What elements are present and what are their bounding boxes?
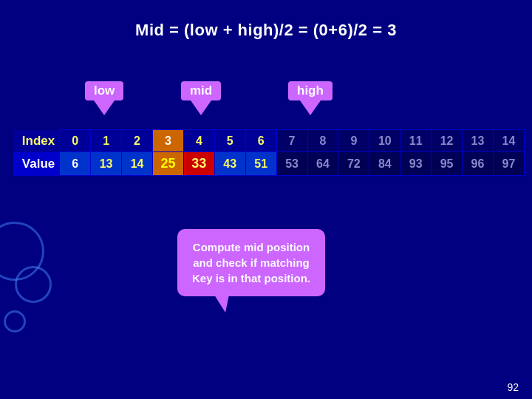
low-label: low [85,81,123,100]
value-cell-7: 53 [276,152,307,176]
callout-bubble: Compute mid position and check if matchi… [177,229,325,296]
deco-circle-3 [4,310,26,332]
index-cell-10: 10 [369,130,400,152]
index-row: Index 0 1 2 3 4 5 6 7 8 9 10 11 12 13 14 [13,130,525,152]
value-cell-1: 13 [91,152,122,176]
slide-title: Mid = (low + high)/2 = (0+6)/2 = 3 [0,0,532,40]
value-cell-11: 93 [400,152,432,176]
value-cell-14: 97 [493,152,524,176]
value-cell-9: 72 [338,152,369,176]
array-table: Index 0 1 2 3 4 5 6 7 8 9 10 11 12 13 14… [13,129,525,176]
value-cell-2: 14 [122,152,153,176]
value-cell-12: 95 [432,152,463,176]
index-cell-0: 0 [60,130,91,152]
page-number: 92 [507,381,519,393]
index-cell-12: 12 [432,130,463,152]
mid-label: mid [181,81,221,100]
index-cell-5: 5 [214,130,245,152]
index-cell-8: 8 [307,130,338,152]
high-label: high [288,81,332,100]
value-cell-10: 84 [369,152,400,176]
value-cell-8: 64 [307,152,338,176]
arrows-row: low mid high [37,81,532,126]
value-cell-4: 33 [183,152,214,176]
index-cell-14: 14 [493,130,524,152]
index-label: Index [13,130,60,152]
value-cell-3: 25 [152,152,183,176]
value-row: Value 6 13 14 25 33 43 51 53 64 72 84 93… [13,152,525,176]
value-cell-0: 6 [60,152,91,176]
mid-down-arrow [191,100,211,115]
index-cell-3: 3 [152,130,183,152]
value-label: Value [13,152,60,176]
mid-arrow-label: mid [181,81,221,115]
value-cell-13: 96 [463,152,494,176]
high-down-arrow [300,100,321,115]
low-down-arrow [94,100,115,115]
index-cell-7: 7 [276,130,307,152]
value-cell-5: 43 [214,152,245,176]
slide: Mid = (low + high)/2 = (0+6)/2 = 3 low m… [0,0,532,399]
high-arrow-label: high [288,81,332,115]
value-cell-6: 51 [245,152,276,176]
index-cell-11: 11 [400,130,432,152]
low-arrow-label: low [85,81,123,115]
index-cell-13: 13 [463,130,494,152]
index-cell-4: 4 [183,130,214,152]
index-cell-2: 2 [122,130,153,152]
index-cell-1: 1 [91,130,122,152]
deco-circle-2 [15,266,52,303]
index-cell-9: 9 [338,130,369,152]
index-cell-6: 6 [245,130,276,152]
